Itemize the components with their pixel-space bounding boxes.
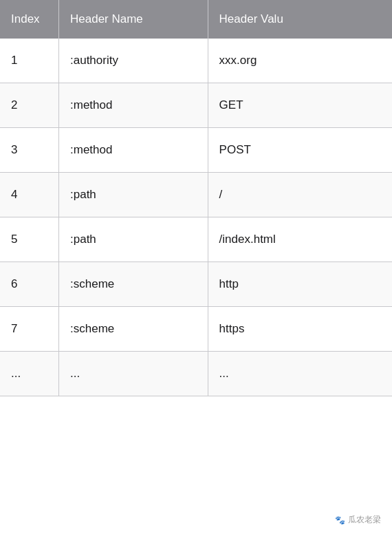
cell-index: 3 <box>0 128 59 173</box>
cell-header-name: :path <box>59 173 208 217</box>
column-header-name: Header Name <box>59 0 208 39</box>
cell-index: 1 <box>0 39 59 83</box>
cell-header-name: :scheme <box>59 307 208 352</box>
cell-header-name: :scheme <box>59 262 208 307</box>
column-header-index: Index <box>0 0 59 39</box>
cell-header-value: http <box>208 262 392 307</box>
table-row: 4:path/ <box>0 173 392 217</box>
watermark-text: 瓜农老梁 <box>348 514 381 526</box>
cell-header-name: :path <box>59 217 208 262</box>
cell-header-value: / <box>208 173 392 217</box>
cell-index: 6 <box>0 262 59 307</box>
cell-header-name: ... <box>59 352 208 396</box>
table-row: 3:methodPOST <box>0 128 392 173</box>
cell-header-value: https <box>208 307 392 352</box>
watermark: 🐾 瓜农老梁 <box>335 514 381 526</box>
cell-header-value: POST <box>208 128 392 173</box>
watermark-icon: 🐾 <box>335 515 345 525</box>
table-row: ......... <box>0 352 392 396</box>
cell-index: 5 <box>0 217 59 262</box>
cell-header-name: :method <box>59 83 208 128</box>
cell-index: ... <box>0 352 59 396</box>
cell-header-value: ... <box>208 352 392 396</box>
table-row: 7:schemehttps <box>0 307 392 352</box>
column-header-value: Header Valu <box>208 0 392 39</box>
data-table: Index Header Name Header Valu 1:authorit… <box>0 0 392 396</box>
cell-header-value: xxx.org <box>208 39 392 83</box>
table-row: 2:methodGET <box>0 83 392 128</box>
cell-header-name: :authority <box>59 39 208 83</box>
table-row: 6:schemehttp <box>0 262 392 307</box>
cell-header-value: GET <box>208 83 392 128</box>
table-header-row: Index Header Name Header Valu <box>0 0 392 39</box>
cell-header-value: /index.html <box>208 217 392 262</box>
table-row: 1:authorityxxx.org <box>0 39 392 83</box>
cell-index: 4 <box>0 173 59 217</box>
table-row: 5:path/index.html <box>0 217 392 262</box>
cell-index: 7 <box>0 307 59 352</box>
cell-index: 2 <box>0 83 59 128</box>
cell-header-name: :method <box>59 128 208 173</box>
